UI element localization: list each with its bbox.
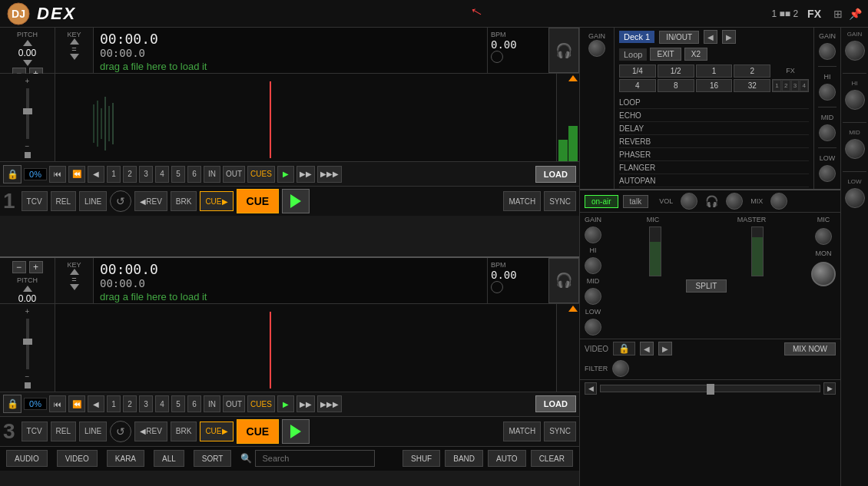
- deck2-cues-btn[interactable]: CUES: [247, 395, 275, 412]
- deck1-brk-btn[interactable]: BRK: [171, 191, 197, 211]
- deck1-play-large-btn[interactable]: [282, 189, 310, 213]
- loop-12[interactable]: 1/2: [658, 64, 694, 78]
- deck2-rel-btn[interactable]: REL: [51, 422, 76, 441]
- crossfader-track[interactable]: [600, 385, 820, 392]
- deck1-cue-btn[interactable]: CUE: [237, 189, 280, 213]
- deck1-hotcue-3[interactable]: 3: [139, 166, 153, 183]
- deck1-waveform-canvas[interactable]: [55, 74, 579, 161]
- deck1-line-btn[interactable]: LINE: [79, 191, 107, 211]
- deck2-slider-center[interactable]: [25, 382, 31, 388]
- cf-right-btn[interactable]: ▶: [823, 382, 836, 395]
- deck1-lock-btn[interactable]: 🔒: [3, 165, 22, 183]
- clear-btn[interactable]: CLEAR: [531, 450, 573, 467]
- deck1-bpm-tap[interactable]: [491, 51, 503, 63]
- deck1-rev-btn[interactable]: ◀REV: [134, 191, 167, 211]
- deck2-hotcue-2[interactable]: 2: [123, 395, 137, 412]
- deck1-slider-handle[interactable]: [23, 108, 32, 114]
- video-lock-btn[interactable]: 🔒: [613, 342, 635, 355]
- deck2-key-up[interactable]: [70, 269, 79, 275]
- deck2-line-btn[interactable]: LINE: [79, 422, 107, 441]
- deck2-slider-handle[interactable]: [23, 339, 32, 345]
- fx-low-knob[interactable]: [819, 165, 836, 182]
- nav-left-btn[interactable]: ◀: [704, 30, 717, 44]
- deck2-hotcue-5[interactable]: 5: [171, 395, 185, 412]
- fr-low-knob[interactable]: [845, 188, 865, 208]
- sort-btn[interactable]: SORT: [194, 450, 232, 467]
- deck1-play-btn[interactable]: ▶: [277, 166, 294, 183]
- fx-num-2[interactable]: 2: [782, 80, 790, 91]
- fr-gain-knob[interactable]: [845, 41, 865, 61]
- deck2-tcv-btn[interactable]: TCV: [22, 422, 48, 441]
- deck2-in-btn[interactable]: IN: [204, 395, 220, 412]
- deck2-play-large-btn[interactable]: [282, 419, 310, 444]
- video-btn[interactable]: VIDEO: [57, 450, 98, 467]
- deck2-pitch-plus[interactable]: +: [29, 261, 43, 273]
- deck1-rew-fast[interactable]: ⏪: [68, 166, 85, 183]
- deck2-load-btn[interactable]: LOAD: [535, 395, 576, 412]
- deck1-cued-btn[interactable]: CUE▶: [200, 191, 233, 211]
- deck1-gain-knob[interactable]: [588, 40, 605, 57]
- deck1-hotcue-2[interactable]: 2: [123, 166, 137, 183]
- deck1-fff-btn[interactable]: ▶▶▶: [317, 166, 342, 183]
- deck2-waveform-canvas[interactable]: [55, 304, 579, 392]
- fx-num-1[interactable]: 1: [773, 80, 781, 91]
- deck2-ff-btn[interactable]: ▶▶: [297, 395, 315, 412]
- loop-2[interactable]: 2: [734, 64, 770, 78]
- deck1-hotcue-1[interactable]: 1: [107, 166, 121, 183]
- deck1-sync-btn[interactable]: SYNC: [544, 191, 576, 211]
- deck1-pitch-up[interactable]: [23, 40, 32, 46]
- in-out-btn[interactable]: IN/OUT: [659, 31, 699, 44]
- deck2-skip-start[interactable]: ⏮: [49, 395, 66, 412]
- shuf-btn[interactable]: SHUF: [403, 450, 440, 467]
- deck1-key-down[interactable]: [70, 54, 79, 60]
- onair-btn[interactable]: on-air: [585, 195, 618, 208]
- deck2-lock-btn[interactable]: 🔒: [3, 395, 22, 413]
- mix-knob[interactable]: [770, 193, 787, 210]
- mon-knob[interactable]: [811, 262, 836, 286]
- fr-hi-knob[interactable]: [845, 90, 865, 110]
- fx-num-3[interactable]: 3: [791, 80, 800, 91]
- deck1-hotcue-4[interactable]: 4: [155, 166, 169, 183]
- deck2-loop-btn[interactable]: ↺: [110, 421, 131, 442]
- deck2-key-down[interactable]: [70, 284, 79, 290]
- deck1-pitch-slider[interactable]: + −: [0, 74, 55, 161]
- fx-num-4[interactable]: 4: [800, 80, 808, 91]
- deck1-out-btn[interactable]: OUT: [223, 166, 245, 183]
- deck2-hotcue-6[interactable]: 6: [187, 395, 201, 412]
- fx-mid-knob[interactable]: [819, 124, 836, 141]
- deck1-skip-start[interactable]: ⏮: [49, 166, 66, 183]
- deck2-cued-btn[interactable]: CUE▶: [200, 422, 233, 441]
- deck2-bpm-tap[interactable]: [491, 281, 503, 293]
- deck1-load-btn[interactable]: LOAD: [535, 166, 576, 183]
- nav-right-btn[interactable]: ▶: [722, 30, 736, 44]
- deck1-cues-btn[interactable]: CUES: [247, 166, 275, 183]
- vol-knob[interactable]: [681, 193, 697, 210]
- deck2-hotcue-1[interactable]: 1: [107, 395, 121, 412]
- deck1-in-btn[interactable]: IN: [204, 166, 220, 183]
- fx-gain-knob[interactable]: [819, 43, 836, 60]
- deck1-rel-btn[interactable]: REL: [51, 191, 76, 211]
- deck1-pitch-down[interactable]: [23, 60, 32, 66]
- deck1-hotcue-5[interactable]: 5: [171, 166, 185, 183]
- x2-btn[interactable]: X2: [684, 48, 707, 61]
- deck2-rev-btn[interactable]: ◀REV: [134, 422, 167, 441]
- mixer-low-knob[interactable]: [585, 319, 601, 336]
- deck2-play-btn[interactable]: ▶: [277, 395, 294, 412]
- band-btn[interactable]: BAND: [445, 450, 483, 467]
- exit-btn[interactable]: EXIT: [650, 48, 681, 61]
- deck1-ff-btn[interactable]: ▶▶: [297, 166, 315, 183]
- deck1-key-up[interactable]: [70, 38, 79, 45]
- deck2-pitch-up[interactable]: [23, 286, 32, 292]
- deck2-hotcue-4[interactable]: 4: [155, 395, 169, 412]
- mixer-mid-knob[interactable]: [585, 288, 601, 305]
- audio-btn[interactable]: AUDIO: [6, 450, 48, 467]
- deck2-sync-btn[interactable]: SYNC: [544, 422, 576, 441]
- all-btn[interactable]: ALL: [154, 450, 184, 467]
- mixer-gain-knob[interactable]: [585, 226, 601, 243]
- deck2-cue-btn[interactable]: CUE: [237, 419, 280, 444]
- deck2-hotcue-3[interactable]: 3: [139, 395, 153, 412]
- mixer-mic-knob[interactable]: [815, 228, 832, 245]
- deck1-loop-btn[interactable]: ↺: [110, 190, 131, 212]
- deck2-fff-btn[interactable]: ▶▶▶: [317, 395, 342, 412]
- deck2-pitch-slider[interactable]: + −: [0, 304, 55, 392]
